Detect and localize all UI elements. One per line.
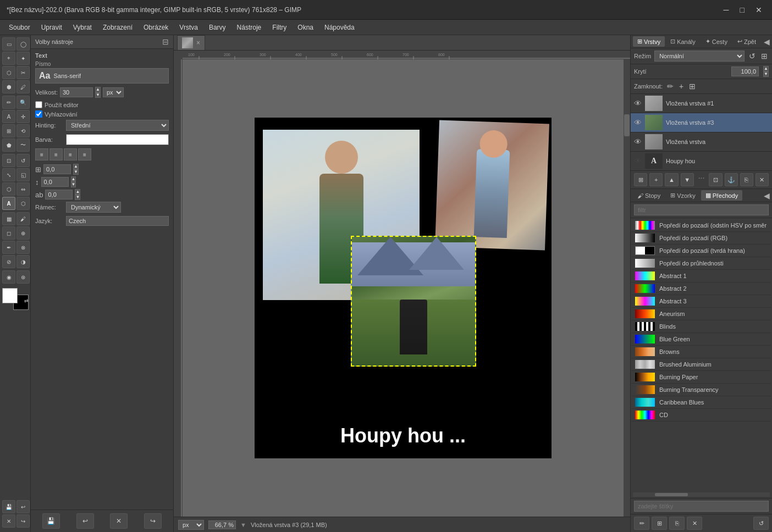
tab-zpet[interactable]: ↩ Zpět	[733, 36, 760, 47]
tool-paths[interactable]: 🖊	[16, 80, 30, 93]
v-scroll-thumb[interactable]	[624, 114, 630, 136]
gradient-aneurism[interactable]: Aneurism	[632, 308, 771, 320]
anchor-layer-btn[interactable]: ⚓	[725, 173, 738, 186]
tool-flip[interactable]: ⇔	[16, 182, 30, 196]
tool-gradient[interactable]: ▦	[2, 212, 15, 225]
line-spacing-input[interactable]	[41, 177, 69, 187]
edit-gradient-btn[interactable]: ✏	[634, 517, 649, 530]
tags-input[interactable]	[634, 501, 769, 512]
undo-tool-btn[interactable]: ↩	[76, 513, 94, 529]
tab-cesty[interactable]: ✦ Cesty	[701, 36, 732, 47]
tool-fuzzy-select[interactable]: ✦	[16, 52, 30, 65]
tool-dodge[interactable]: ◑	[16, 255, 30, 268]
new-layer-from-visible-btn[interactable]: ⊞	[634, 173, 647, 186]
gradient-browns[interactable]: Browns	[632, 346, 771, 358]
tool-shear[interactable]: ◱	[16, 168, 30, 181]
restore-defaults-btn[interactable]: 💾	[42, 513, 60, 529]
gradient-fg-transparent[interactable]: Popředí do průhlednosti	[632, 257, 771, 270]
mode-refresh-btn[interactable]: ↺	[748, 51, 757, 62]
tool-paintbrush[interactable]: 🖌	[16, 212, 30, 225]
menu-obrazek[interactable]: Obrázek	[139, 22, 173, 33]
gradient-burning-trans[interactable]: Burning Transparency	[632, 384, 771, 396]
gradient-scroll-thumb[interactable]	[655, 493, 688, 496]
canvas-container[interactable]: Houpy hou ...	[183, 59, 624, 517]
menu-filtry[interactable]: Filtry	[268, 22, 291, 33]
align-left-btn[interactable]: ≡	[35, 148, 48, 160]
tab-prechody[interactable]: ▦ Přechody	[701, 190, 742, 201]
lock-all-btn[interactable]: ⊞	[688, 81, 697, 92]
indent-up-btn[interactable]: ▲	[73, 164, 79, 169]
canvas-tab[interactable]: ×	[177, 35, 205, 50]
undo-btn[interactable]: ↩	[16, 500, 30, 513]
redo-btn[interactable]: ↪	[16, 514, 30, 528]
new-layer-btn[interactable]: +	[649, 173, 663, 186]
color-preview[interactable]	[66, 134, 169, 145]
move-layer-down-btn[interactable]: ▼	[681, 173, 694, 186]
layer-item-2[interactable]: 👁 Vložená vrstva #3	[631, 113, 772, 132]
lock-position-btn[interactable]: +	[678, 81, 685, 92]
layer-vis-3[interactable]: 👁	[634, 137, 642, 146]
tool-rect-select[interactable]: ▭	[2, 37, 15, 51]
refresh-gradient-btn[interactable]: ↺	[753, 517, 769, 530]
tool-options-collapse[interactable]: ⊟	[162, 37, 169, 46]
align-justify-btn[interactable]: ≡	[78, 148, 91, 160]
gradient-h-scrollbar[interactable]	[633, 492, 770, 497]
tool-heal[interactable]: ⊘	[2, 255, 15, 268]
tool-zoom[interactable]: 🔍	[16, 96, 30, 109]
tool-measure[interactable]: A	[2, 110, 15, 123]
tool-align[interactable]: ⊞	[2, 124, 15, 137]
font-preview-area[interactable]: Aa	[35, 68, 169, 84]
tool-rotate[interactable]: ↺	[16, 154, 30, 167]
tool-eraser[interactable]: ◻	[2, 226, 15, 240]
new-gradient-btn[interactable]: ⊞	[652, 517, 667, 530]
unit-select[interactable]: px pt	[103, 87, 124, 97]
gradient-bluegreen[interactable]: Blue Green	[632, 333, 771, 346]
layer-item-3[interactable]: 👁 Vložená vrstva	[631, 132, 772, 152]
hinting-select[interactable]: Žádné Slabé Střední Plné	[66, 120, 169, 131]
tool-text[interactable]: A	[2, 197, 15, 210]
gradient-brushed-al[interactable]: Brushed Aluminium	[632, 358, 771, 371]
gradient-abstract1[interactable]: Abstract 1	[632, 270, 771, 282]
align-center-btn[interactable]: ≡	[49, 148, 63, 160]
lock-pixels-btn[interactable]: ✏	[666, 81, 675, 92]
align-right-btn[interactable]: ≡	[64, 148, 77, 160]
frame-select[interactable]: Dynamický Pevný Pevná výška Pevná šířka	[66, 202, 121, 213]
gradient-fg-bg-rgb[interactable]: Popředí do pozadí (RGB)	[632, 232, 771, 245]
gradient-abstract3[interactable]: Abstract 3	[632, 295, 771, 308]
menu-soubor[interactable]: Soubor	[4, 22, 35, 33]
tab-kanaly[interactable]: ⊡ Kanály	[666, 36, 700, 47]
tool-free-select[interactable]: ⌖	[2, 52, 15, 65]
tool-transform[interactable]: ⟲	[16, 124, 30, 137]
move-layer-up-btn[interactable]: ▲	[665, 173, 678, 186]
duplicate-gradient-btn[interactable]: ⎘	[669, 517, 685, 530]
merge-layers-btn[interactable]: ⊡	[709, 173, 722, 186]
size-down-btn[interactable]: ▼	[95, 92, 101, 98]
px-unit-select[interactable]: px mm cm	[178, 520, 204, 530]
tool-foreground-select[interactable]: ⬢	[2, 80, 15, 93]
indent-down-btn[interactable]: ▼	[73, 169, 79, 175]
tool-clone[interactable]: ⊗	[16, 241, 30, 254]
font-name-input[interactable]	[53, 73, 165, 79]
gradient-fg-bg-hsv[interactable]: Popředí do pozadí (odstín HSV po směr	[632, 219, 771, 232]
tool-crop[interactable]: ⊡	[2, 154, 15, 167]
antialiasing-checkbox[interactable]	[35, 110, 42, 118]
tool-ink[interactable]: ✒	[2, 241, 15, 254]
tool-warp[interactable]: 〜	[16, 138, 30, 152]
menu-napoveda[interactable]: Nápověda	[320, 22, 359, 33]
layer-vis-1[interactable]: 👁	[634, 99, 642, 108]
size-up-btn[interactable]: ▲	[95, 87, 101, 92]
tool-pencil[interactable]: ✏	[2, 96, 15, 109]
tool-move[interactable]: ✛	[16, 110, 30, 123]
menu-okna[interactable]: Okna	[293, 22, 318, 33]
layer-item-1[interactable]: 👁 Vložená vrstva #1	[631, 94, 772, 113]
zoom-input[interactable]	[208, 520, 236, 529]
menu-vybrat[interactable]: Vybrat	[69, 22, 96, 33]
tool-cage[interactable]: ⬟	[2, 138, 15, 152]
zoom-dropdown-icon[interactable]: ▼	[240, 522, 246, 528]
tool-scale[interactable]: ⤡	[2, 168, 15, 181]
tool-perspective[interactable]: ⬡	[2, 182, 15, 196]
menu-nastroje[interactable]: Nástroje	[233, 22, 266, 33]
use-editor-checkbox[interactable]	[35, 101, 42, 108]
canvas-tab-close-icon[interactable]: ×	[196, 39, 200, 47]
delete-tool-btn[interactable]: ✕	[110, 513, 128, 529]
